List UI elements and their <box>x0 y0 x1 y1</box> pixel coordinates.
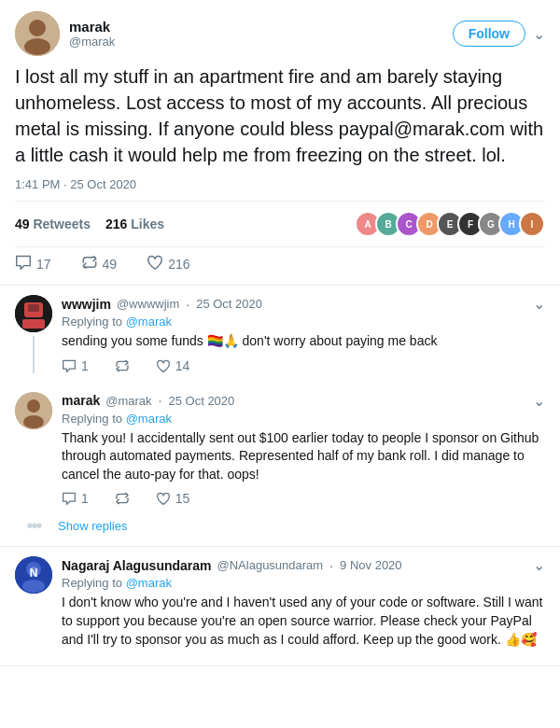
reply-thread-1: wwwjim @wwwwjim · 25 Oct 2020 ⌄ Replying… <box>0 286 560 547</box>
retweet-action[interactable]: 49 <box>81 255 118 273</box>
like-action[interactable]: 216 <box>147 255 189 273</box>
likes-count: 216 <box>105 217 127 231</box>
avatar-nagaraj: N <box>15 556 52 594</box>
thread-line <box>33 336 35 373</box>
reply-avatar-col-nagaraj: N <box>15 556 52 656</box>
reply-retweet-action[interactable] <box>115 359 130 372</box>
reply-text-nagaraj: I don't know who you're and I haven't us… <box>62 594 545 649</box>
reply-like-count: 15 <box>175 491 190 506</box>
svg-rect-5 <box>28 304 39 312</box>
reply-text-wwwjim: sending you some funds 🏳️‍🌈🙏 don't worry… <box>62 332 545 351</box>
comment-action[interactable]: 17 <box>15 255 51 273</box>
reply-item-wwwjim: wwwjim @wwwwjim · 25 Oct 2020 ⌄ Replying… <box>0 286 560 383</box>
reply-username-wwwjim: @wwwwjim <box>117 297 179 311</box>
tweet-actions: 17 49 216 <box>15 247 545 285</box>
reply-header-left: marak @marak · 25 Oct 2020 <box>62 393 234 408</box>
likes-label: Likes <box>131 217 164 231</box>
reply-header-marak: marak @marak · 25 Oct 2020 ⌄ <box>62 392 545 410</box>
svg-point-9 <box>23 415 44 428</box>
reply-avatar-col-wwwjim <box>15 295 52 373</box>
avatar <box>15 11 60 56</box>
show-replies-button[interactable]: Show replies <box>58 519 127 533</box>
svg-point-1 <box>29 20 46 36</box>
username: @marak <box>69 35 115 49</box>
svg-rect-6 <box>22 319 45 329</box>
svg-text:N: N <box>30 567 38 580</box>
retweets-count: 49 <box>15 217 30 231</box>
reply-avatar-col-marak <box>15 392 52 507</box>
reply-content-wwwjim: wwwjim @wwwwjim · 25 Oct 2020 ⌄ Replying… <box>62 295 545 373</box>
user-info: marak @marak <box>69 19 115 49</box>
tweet-header-left: marak @marak <box>15 11 115 56</box>
reply-header-nagaraj: Nagaraj Alagusundaram @NAlagusundaram · … <box>62 556 545 574</box>
reply-nagaraj: N Nagaraj Alagusundaram @NAlagusundaram … <box>0 547 560 666</box>
reply-username-nagaraj: @NAlagusundaram <box>217 558 324 572</box>
reply-content-nagaraj: Nagaraj Alagusundaram @NAlagusundaram · … <box>62 556 545 656</box>
reply-date-marak: 25 Oct 2020 <box>168 394 234 408</box>
chevron-down-icon[interactable]: ⌄ <box>533 295 545 313</box>
reply-header-wwwjim: wwwjim @wwwwjim · 25 Oct 2020 ⌄ <box>62 295 545 313</box>
reply-comment-count: 1 <box>81 358 89 373</box>
reply-like-count: 14 <box>175 358 190 373</box>
reply-actions-wwwjim: 1 14 <box>62 358 545 373</box>
reply-date-wwwjim: 25 Oct 2020 <box>196 297 262 311</box>
show-replies-row: ••• Show replies <box>0 515 560 546</box>
replying-to-link[interactable]: @marak <box>126 315 172 329</box>
tweet-stats: 49 Retweets 216 Likes A B C D E F G H I <box>15 201 545 247</box>
follow-button[interactable]: Follow <box>453 21 525 47</box>
liker-avatar: I <box>519 211 545 237</box>
tweet-text: I lost all my stuff in an apartment fire… <box>15 63 545 168</box>
reply-content-marak: marak @marak · 25 Oct 2020 ⌄ Replying to… <box>62 392 545 507</box>
reply-date-nagaraj: 9 Nov 2020 <box>340 558 402 572</box>
retweets-stat: 49 Retweets <box>15 217 91 231</box>
thread-dots-icon: ••• <box>26 515 40 537</box>
retweet-count: 49 <box>103 257 118 272</box>
reply-comment-count: 1 <box>81 491 89 506</box>
comment-icon <box>15 255 32 273</box>
svg-point-8 <box>27 399 40 413</box>
reply-like-action[interactable]: 14 <box>156 358 190 373</box>
retweet-icon <box>81 255 98 273</box>
reply-item-marak: marak @marak · 25 Oct 2020 ⌄ Replying to… <box>0 383 560 516</box>
reply-like-action[interactable]: 15 <box>156 491 190 506</box>
reply-header-left: wwwjim @wwwwjim · 25 Oct 2020 <box>62 297 262 312</box>
replying-to-link[interactable]: @marak <box>126 576 172 590</box>
replying-to-nagaraj: Replying to @marak <box>62 576 545 590</box>
reply-display-name-wwwjim: wwwjim <box>62 297 111 312</box>
heart-icon <box>147 255 163 273</box>
chevron-down-icon[interactable]: ⌄ <box>533 25 545 43</box>
reply-actions-marak: 1 15 <box>62 491 545 506</box>
likes-stat: 216 Likes <box>105 217 164 231</box>
like-count: 216 <box>168 257 189 272</box>
avatar-wwwjim <box>15 295 52 332</box>
tweet-header: marak @marak Follow ⌄ <box>15 11 545 56</box>
chevron-down-icon[interactable]: ⌄ <box>533 392 545 410</box>
reply-header-left: Nagaraj Alagusundaram @NAlagusundaram · … <box>62 558 402 573</box>
reply-username-marak: @marak <box>105 394 151 408</box>
tweet-timestamp: 1:41 PM · 25 Oct 2020 <box>15 177 545 191</box>
chevron-down-icon[interactable]: ⌄ <box>533 556 545 574</box>
replying-to-link[interactable]: @marak <box>126 412 172 426</box>
tweet-header-right: Follow ⌄ <box>453 21 545 47</box>
avatar-marak-reply <box>15 392 52 429</box>
replying-to-wwwjim: Replying to @marak <box>62 315 545 329</box>
svg-point-12 <box>22 580 45 593</box>
reply-comment-action[interactable]: 1 <box>62 491 89 506</box>
reply-item-nagaraj: N Nagaraj Alagusundaram @NAlagusundaram … <box>0 547 560 665</box>
svg-point-2 <box>24 38 50 55</box>
reply-display-name-marak: marak <box>62 393 100 408</box>
reply-comment-action[interactable]: 1 <box>62 358 89 373</box>
reply-display-name-nagaraj: Nagaraj Alagusundaram <box>62 558 212 573</box>
liker-avatars: A B C D E F G H I <box>355 211 545 237</box>
reply-retweet-action[interactable] <box>115 492 130 505</box>
display-name[interactable]: marak <box>69 19 115 35</box>
replying-to-marak: Replying to @marak <box>62 412 545 426</box>
comment-count: 17 <box>36 257 51 272</box>
main-tweet: marak @marak Follow ⌄ I lost all my stuf… <box>0 0 560 286</box>
retweets-label: Retweets <box>33 217 90 231</box>
reply-text-marak: Thank you! I accidentally sent out $100 … <box>62 429 545 484</box>
